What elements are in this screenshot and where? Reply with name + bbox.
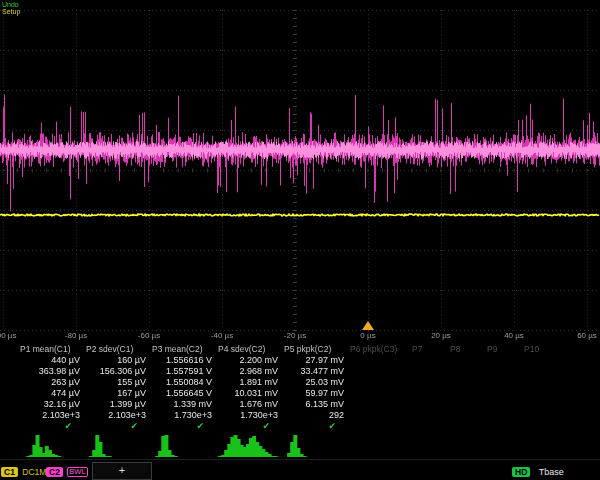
time-label: 40 µs [492,331,536,340]
param-header[interactable]: P10 [524,344,558,355]
crosshair-icon: + [119,464,125,476]
channel-c1-descriptor[interactable]: C1 DC1M 10.0 mV [1,461,46,480]
param-column-p7: P7 [412,344,446,355]
c2-bandwidth-limit-badge: BWL [67,467,87,477]
param-value: 32.16 µV [20,399,82,410]
waveform-grid[interactable] [0,8,600,332]
param-header[interactable]: P6 pkpk(C3) [350,344,412,355]
param-value: 1.730e+3 [218,410,280,421]
param-header[interactable]: P3 mean(C2) [152,344,214,355]
bottom-bar: C1 DC1M 10.0 mV C2 BWL DC1M + HD Tbase 1… [0,459,600,480]
top-left-status-line2: Setup [2,8,20,15]
cursor-crosshair-box[interactable]: + [92,462,152,480]
time-label: 0 µs [346,331,390,340]
top-left-status-line1: Undo [2,1,20,8]
c1-coupling: DC1M [22,467,46,477]
param-header[interactable]: P4 sdev(C2) [218,344,280,355]
param-column-p5: P5 pkpk(C2)27.97 mV33.477 mV25.03 mV59.9… [284,344,346,431]
param-value: 440 µV [20,355,82,366]
param-value: 2.968 mV [218,366,280,377]
hd-mode-chip: HD [512,467,530,477]
param-value: 1.339 mV [152,399,214,410]
histicon-p1[interactable] [20,433,82,457]
param-header[interactable]: P2 sdev(C1) [86,344,148,355]
param-value: 10.031 mV [218,388,280,399]
param-status-check: ✔ [284,421,346,431]
param-value: 1.550084 V [152,377,214,388]
param-value: 2.103e+3 [20,410,82,421]
param-value: 27.97 mV [284,355,346,366]
histicon-p2[interactable] [86,433,148,457]
param-value: 292 [284,410,346,421]
param-value: 1.556645 V [152,388,214,399]
time-label: -100 µs [0,331,25,340]
param-value: 474 µV [20,388,82,399]
param-header[interactable]: P7 [412,344,446,355]
param-column-p6: P6 pkpk(C3) [350,344,412,355]
param-status-check: ✔ [152,421,214,431]
histicon-p4[interactable] [218,433,280,457]
param-column-p2: P2 sdev(C1)160 µV156.306 µV155 µV167 µV1… [86,344,148,431]
tbase-label: Tbase [539,467,564,477]
time-label: -80 µs [54,331,98,340]
c2-chip: C2 [46,467,63,477]
param-status-check: ✔ [20,421,82,431]
param-value: 363.98 µV [20,366,82,377]
param-value: 2.103e+3 [86,410,148,421]
param-header[interactable]: P9 [487,344,521,355]
param-value: 2.200 mV [218,355,280,366]
param-header[interactable]: P8 [450,344,484,355]
param-value: 160 µV [86,355,148,366]
param-value: 1.891 mV [218,377,280,388]
time-label: 20 µs [419,331,463,340]
param-value: 156.306 µV [86,366,148,377]
param-value: 1.730e+3 [152,410,214,421]
param-value: 167 µV [86,388,148,399]
histicon-p5[interactable] [284,433,346,457]
c1-chip: C1 [1,467,18,477]
time-label: -60 µs [127,331,171,340]
measurement-table: P1 mean(C1)440 µV363.98 µV263 µV474 µV32… [0,344,600,432]
param-status-check: ✔ [86,421,148,431]
param-header[interactable]: P1 mean(C1) [20,344,82,355]
param-header[interactable]: P5 pkpk(C2) [284,344,346,355]
param-column-p10: P10 [524,344,558,355]
param-value: 25.03 mV [284,377,346,388]
param-value: 263 µV [20,377,82,388]
time-label: -20 µs [273,331,317,340]
histicon-p3[interactable] [152,433,214,457]
param-column-p3: P3 mean(C2)1.556616 V1.557591 V1.550084 … [152,344,214,431]
param-value: 59.97 mV [284,388,346,399]
param-column-p1: P1 mean(C1)440 µV363.98 µV263 µV474 µV32… [20,344,82,431]
param-column-p4: P4 sdev(C2)2.200 mV2.968 mV1.891 mV10.03… [218,344,280,431]
top-left-status[interactable]: Undo Setup [2,1,20,15]
param-value: 1.557591 V [152,366,214,377]
param-value: 155 µV [86,377,148,388]
param-value: 1.556616 V [152,355,214,366]
param-column-p9: P9 [487,344,521,355]
param-column-p8: P8 [450,344,484,355]
time-label: 60 µs [565,331,600,340]
param-value: 6.135 mV [284,399,346,410]
param-value: 1.676 mV [218,399,280,410]
param-value: 1.399 µV [86,399,148,410]
param-status-check: ✔ [218,421,280,431]
oscilloscope-screen: Undo Setup -100 µs-80 µs-60 µs-40 µs-20 … [0,0,600,480]
time-label: -40 µs [200,331,244,340]
timebase-descriptor[interactable]: HD Tbase 13 Bits 20.0 µs [512,461,600,480]
param-value: 33.477 mV [284,366,346,377]
